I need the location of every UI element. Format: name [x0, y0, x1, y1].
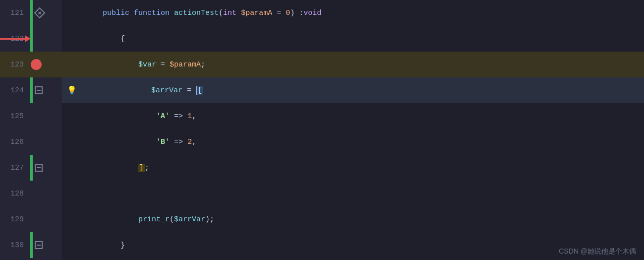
code-line-130: }	[62, 232, 644, 258]
code-text-122: {	[67, 28, 125, 50]
code-text-121: public function actionTest(int $paramA =…	[67, 2, 321, 24]
line-number-123: 123	[0, 61, 30, 69]
code-text-127: ];	[67, 157, 149, 179]
code-editor: 121 122 123 124	[0, 0, 644, 260]
code-line-127: ];	[62, 155, 644, 181]
watermark: CSDN @她说他是个木偶	[559, 247, 636, 256]
gutter-row-121: 121	[0, 0, 62, 26]
code-text-123: $var = $paramA;	[67, 54, 205, 76]
code-line-124: 💡 $arrVar = [	[62, 77, 644, 103]
line-number-128: 128	[0, 190, 30, 198]
gutter-row-125: 125	[0, 103, 62, 129]
line-number-125: 125	[0, 112, 30, 121]
code-line-123: $var = $paramA;	[62, 52, 644, 77]
breakpoint-dot-123	[31, 59, 42, 70]
code-line-122: {	[62, 26, 644, 52]
gutter-row-129: 129	[0, 206, 62, 232]
code-text-125: 'A' => 1,	[67, 105, 196, 128]
code-line-125: 'A' => 1,	[62, 103, 644, 129]
line-number-127: 127	[0, 164, 30, 172]
code-line-121: public function actionTest(int $paramA =…	[62, 0, 644, 26]
gutter-row-130: 130	[0, 232, 62, 258]
code-content-area: public function actionTest(int $paramA =…	[62, 0, 644, 260]
code-line-129: print_r($arrVar);	[62, 206, 644, 232]
line-number-124: 124	[0, 86, 30, 95]
gutter-row-124: 124	[0, 77, 62, 103]
code-text-128	[67, 183, 107, 205]
code-text-130: }	[67, 234, 125, 257]
gutter-row-126: 126	[0, 129, 62, 155]
code-text-126: 'B' => 2,	[67, 131, 196, 153]
code-line-126: 'B' => 2,	[62, 129, 644, 155]
code-text-124: $arrVar = [	[80, 79, 203, 102]
gutter-row-122: 122	[0, 26, 62, 52]
gutter-row-123: 123	[0, 52, 62, 77]
code-text-129: print_r($arrVar);	[67, 208, 214, 231]
line-number-121: 121	[0, 9, 30, 17]
line-number-gutter: 121 122 123 124	[0, 0, 62, 260]
code-line-128	[62, 181, 644, 206]
gutter-row-128: 128	[0, 181, 62, 206]
line-number-129: 129	[0, 215, 30, 224]
line-number-130: 130	[0, 241, 30, 250]
line-number-126: 126	[0, 138, 30, 146]
lightbulb-icon: 💡	[67, 85, 77, 95]
gutter-row-127: 127	[0, 155, 62, 181]
